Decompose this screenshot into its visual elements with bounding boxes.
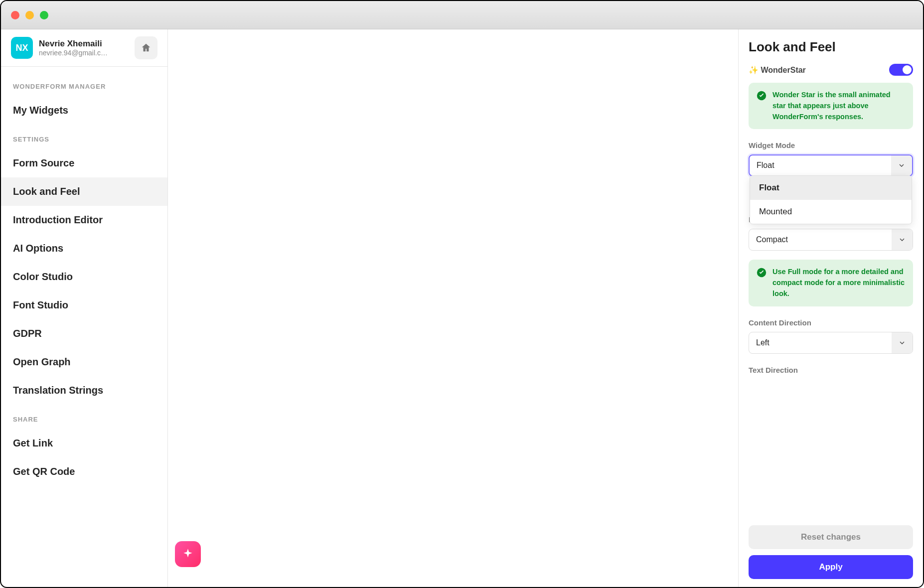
minimize-window-button[interactable] (25, 11, 34, 19)
settings-panel: Look and Feel ✨ WonderStar Wonder Star i… (739, 29, 923, 587)
content-direction-value: Left (756, 338, 770, 347)
app-window: NX Nevrie Xhemaili nevriee.94@gmail.c… W… (0, 0, 924, 588)
apply-button[interactable]: Apply (749, 555, 913, 579)
check-circle-icon (757, 91, 767, 101)
wonderstar-label: ✨ WonderStar (749, 65, 806, 75)
nav-gdpr[interactable]: GDPR (1, 319, 167, 348)
text-direction-label: Text Direction (749, 366, 913, 374)
dropdown-option-mounted[interactable]: Mounted (750, 200, 912, 224)
wonderstar-switch[interactable] (889, 64, 913, 76)
sidebar: NX Nevrie Xhemaili nevriee.94@gmail.c… W… (1, 29, 168, 587)
nav[interactable]: WONDERFORM MANAGER My Widgets SETTINGS F… (1, 67, 167, 587)
layout-density-info: Use Full mode for a more detailed and co… (749, 260, 913, 306)
dropdown-option-float[interactable]: Float (750, 176, 912, 200)
layout-density-select[interactable]: Compact (749, 229, 913, 251)
nav-introduction-editor[interactable]: Introduction Editor (1, 206, 167, 234)
maximize-window-button[interactable] (40, 11, 48, 19)
avatar[interactable]: NX (11, 37, 33, 59)
nav-open-graph[interactable]: Open Graph (1, 348, 167, 376)
wonderstar-info: Wonder Star is the small animated star t… (749, 83, 913, 129)
nav-look-and-feel[interactable]: Look and Feel (1, 177, 167, 206)
section-wonderform: WONDERFORM MANAGER (1, 72, 167, 96)
nav-get-link[interactable]: Get Link (1, 429, 167, 457)
profile-row: NX Nevrie Xhemaili nevriee.94@gmail.c… (1, 29, 167, 67)
panel-title: Look and Feel (739, 39, 923, 64)
chevron-box (892, 229, 913, 250)
widget-mode-value: Float (757, 161, 774, 170)
nav-color-studio[interactable]: Color Studio (1, 263, 167, 291)
wonderstar-toggle-row: ✨ WonderStar (749, 64, 913, 76)
content-direction-label: Content Direction (749, 318, 913, 327)
home-button[interactable] (135, 36, 157, 59)
close-window-button[interactable] (11, 11, 19, 19)
content: NX Nevrie Xhemaili nevriee.94@gmail.c… W… (1, 29, 923, 587)
chevron-down-icon (898, 236, 906, 244)
sparkle-icon (181, 548, 194, 561)
chevron-down-icon (898, 161, 906, 169)
panel-footer: Reset changes Apply (739, 517, 923, 587)
widget-mode-label: Widget Mode (749, 141, 913, 149)
nav-ai-options[interactable]: AI Options (1, 234, 167, 263)
section-settings: SETTINGS (1, 125, 167, 149)
home-icon (141, 42, 152, 53)
widget-mode-select[interactable]: Float Float Mounted (749, 154, 913, 176)
chevron-down-icon (898, 339, 906, 347)
chevron-box (892, 332, 913, 353)
nav-translation-strings[interactable]: Translation Strings (1, 376, 167, 405)
wonderstar-desc: Wonder Star is the small animated star t… (772, 90, 905, 122)
preview-area (168, 29, 739, 587)
section-share: SHARE (1, 405, 167, 429)
panel-body[interactable]: ✨ WonderStar Wonder Star is the small an… (739, 64, 923, 517)
content-direction-select[interactable]: Left (749, 332, 913, 354)
nav-font-studio[interactable]: Font Studio (1, 291, 167, 319)
nav-my-widgets[interactable]: My Widgets (1, 96, 167, 125)
nav-get-qr-code[interactable]: Get QR Code (1, 457, 167, 486)
nav-form-source[interactable]: Form Source (1, 149, 167, 177)
profile-text: Nevrie Xhemaili nevriee.94@gmail.c… (39, 39, 129, 57)
layout-density-desc: Use Full mode for a more detailed and co… (772, 267, 905, 299)
profile-email: nevriee.94@gmail.c… (39, 49, 129, 57)
fab-button[interactable] (175, 541, 201, 567)
reset-button[interactable]: Reset changes (749, 525, 913, 549)
chevron-box (891, 155, 912, 175)
profile-name: Nevrie Xhemaili (39, 39, 129, 49)
widget-mode-dropdown: Float Mounted (750, 175, 912, 224)
check-circle-icon (757, 268, 767, 278)
titlebar (1, 1, 923, 29)
layout-density-value: Compact (756, 235, 788, 244)
